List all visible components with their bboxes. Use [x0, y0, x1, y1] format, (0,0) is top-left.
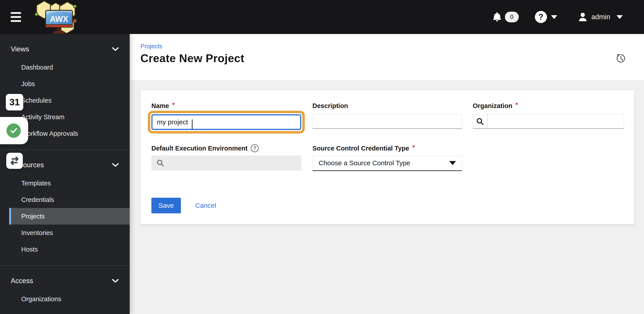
search-icon — [156, 159, 164, 167]
nav-group-resources-header[interactable]: Resources — [11, 159, 119, 171]
swap-arrows-icon — [9, 156, 20, 166]
chevron-down-icon — [551, 15, 557, 19]
user-name: admin — [592, 13, 610, 21]
organization-search-button[interactable] — [473, 114, 488, 129]
required-asterisk: * — [172, 102, 175, 108]
sidebar-item-inventories[interactable]: Inventories — [0, 224, 130, 241]
sidebar-item-templates[interactable]: Templates — [0, 175, 130, 192]
chevron-down-icon — [112, 163, 119, 167]
name-input[interactable] — [152, 114, 301, 130]
sidebar-item-dashboard[interactable]: Dashboard — [0, 59, 130, 76]
overlay-step-counter-badge: 31 — [6, 94, 23, 110]
breadcrumb-projects-link[interactable]: Projects — [140, 43, 162, 50]
sidebar-item-hosts[interactable]: Hosts — [0, 241, 130, 258]
sidebar-item-projects[interactable]: Projects — [9, 208, 130, 224]
awx-logo-icon: AWX — [33, 0, 77, 34]
sidebar-nav: Views Dashboard Jobs Schedules Activity … — [0, 34, 130, 314]
history-button[interactable] — [616, 53, 626, 64]
organization-input-group — [473, 114, 624, 129]
select-selected-value: Choose a Source Control Type — [319, 159, 410, 167]
chevron-down-icon — [616, 15, 623, 19]
source-control-credential-type-label: Source Control Credential Type * — [312, 144, 414, 152]
chevron-down-icon — [112, 47, 119, 52]
main-content: Name * Description Organization * — [130, 80, 644, 314]
nav-group-access: Access Organizations — [0, 265, 130, 314]
text-cursor — [192, 120, 192, 130]
organization-label: Organization * — [473, 102, 518, 110]
page-header: Projects Create New Project — [130, 34, 644, 80]
caret-down-icon — [449, 161, 456, 165]
name-label: Name * — [152, 102, 175, 110]
default-execution-environment-input[interactable] — [152, 156, 301, 171]
user-icon — [578, 12, 587, 22]
create-project-form-card: Name * Description Organization * — [140, 90, 634, 224]
description-input[interactable] — [312, 114, 462, 129]
sidebar-item-credentials[interactable]: Credentials — [0, 192, 130, 208]
overlay-success-card — [0, 117, 28, 144]
notifications-count-badge: 0 — [505, 12, 519, 22]
name-input-highlight-ring — [148, 111, 305, 134]
nav-group-views-header[interactable]: Views — [11, 43, 119, 56]
search-icon — [476, 118, 484, 126]
user-menu-button[interactable]: admin — [578, 12, 623, 22]
nav-group-access-header[interactable]: Access — [11, 275, 119, 287]
description-label: Description — [312, 102, 348, 110]
overlay-swap-card — [6, 153, 23, 169]
notifications-button[interactable]: 0 — [492, 12, 519, 22]
required-asterisk: * — [412, 144, 415, 151]
page-title: Create New Project — [140, 52, 244, 65]
source-control-type-select[interactable]: Choose a Source Control Type — [312, 156, 462, 171]
help-menu-button[interactable]: ? — [535, 11, 557, 23]
sidebar-item-jobs[interactable]: Jobs — [0, 76, 130, 92]
help-popover-icon[interactable]: ? — [251, 144, 259, 152]
awx-logo[interactable]: AWX — [33, 0, 77, 34]
organization-input[interactable] — [488, 114, 624, 129]
top-bar: AWX 0 ? admin — [0, 0, 644, 34]
nav-group-label: Views — [11, 45, 29, 53]
sidebar-item-organizations[interactable]: Organizations — [0, 291, 130, 307]
check-circle-icon — [6, 124, 21, 138]
default-execution-environment-label: Default Execution Environment ? — [152, 144, 259, 152]
bell-icon — [492, 12, 502, 22]
history-icon — [616, 53, 626, 64]
nav-group-label: Access — [11, 277, 33, 285]
nav-toggle-button[interactable] — [11, 12, 21, 22]
save-button[interactable]: Save — [152, 198, 181, 213]
cancel-button[interactable]: Cancel — [195, 198, 216, 213]
question-circle-icon: ? — [535, 11, 547, 23]
topbar-actions: 0 ? admin — [492, 11, 644, 23]
required-asterisk: * — [516, 102, 518, 108]
logo-text: AWX — [50, 14, 68, 24]
chevron-down-icon — [112, 279, 119, 283]
